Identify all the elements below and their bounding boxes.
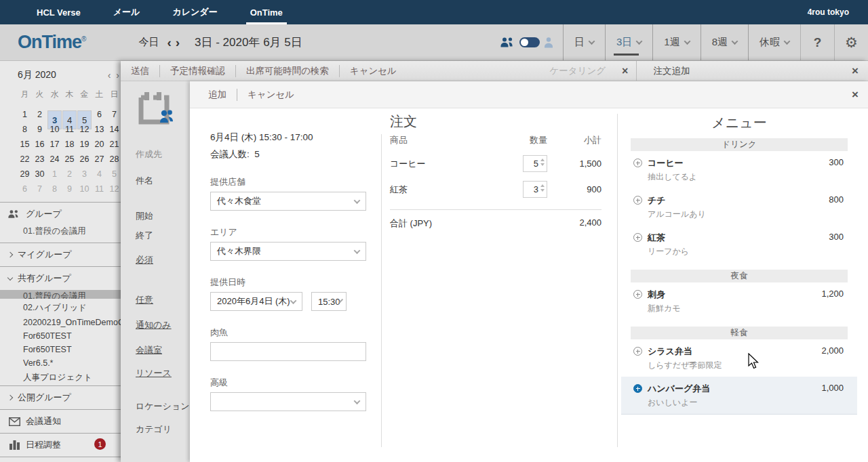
calendar-day[interactable]: 14 [107, 122, 121, 137]
calendar-day[interactable]: 9 [62, 182, 77, 196]
calendar-day[interactable]: 8 [18, 122, 32, 137]
top-nav-tab[interactable]: OnTime [234, 0, 299, 24]
group-view-icon[interactable] [500, 37, 515, 48]
calendar-day[interactable]: 2 [33, 107, 47, 122]
sidebar-group-item[interactable]: Ver6.5.* [0, 356, 121, 370]
view-option[interactable]: 8週 [701, 24, 748, 60]
calendar-day[interactable]: 15 [18, 137, 32, 152]
menu-item[interactable]: 紅茶 リーフから 300 [631, 226, 848, 263]
sidebar-group-item[interactable]: For650TEST [0, 343, 121, 356]
menu-item[interactable]: コーヒー 抽出してるよ 300 [631, 151, 848, 188]
event-field-label[interactable]: 必須 [136, 254, 190, 266]
calendar-day[interactable]: 4 [92, 167, 106, 182]
event-field-label[interactable]: ロケーション [136, 400, 190, 412]
sidebar-group-default[interactable]: 01.普段の会議用 [0, 226, 121, 243]
calendar-day[interactable]: 18 [62, 137, 77, 152]
quantity-stepper[interactable]: 5 [523, 155, 547, 172]
close-catering-tab-icon[interactable]: × [614, 65, 636, 77]
calendar-day[interactable]: 25 [62, 152, 77, 167]
toolbar-button[interactable]: 送信 [121, 65, 159, 77]
today-button[interactable]: 今日 [138, 36, 159, 49]
calendar-day[interactable]: 30 [33, 167, 47, 182]
menu-item[interactable]: ハンバーグ弁当 おいしいよー 1,000 [621, 377, 857, 415]
calendar-day[interactable]: 7 [107, 107, 121, 122]
calendar-day[interactable]: 3 [77, 167, 92, 182]
view-option[interactable]: 日 [563, 24, 605, 60]
toolbar-button[interactable]: 予定情報確認 [159, 65, 235, 77]
date-select[interactable]: 2020年6月4日 (木) [210, 292, 302, 311]
calendar-day[interactable]: 5 [107, 167, 121, 182]
sidebar-item-shared-groups[interactable]: 共有グループ [0, 267, 121, 290]
calendar-day[interactable]: 27 [92, 152, 106, 167]
add-item-icon[interactable] [633, 196, 642, 205]
calendar-day[interactable]: 9 [33, 122, 47, 137]
calendar-day[interactable]: 28 [107, 152, 121, 167]
event-field-label[interactable]: 開始 [136, 210, 190, 222]
top-nav-tab[interactable]: HCL Verse [20, 0, 97, 24]
add-item-icon[interactable] [633, 159, 642, 167]
add-item-icon[interactable] [633, 233, 642, 242]
menu-item[interactable]: シラス弁当 しらすだぜ季節限定 2,000 [631, 339, 848, 377]
event-field-label[interactable]: 通知のみ [136, 319, 190, 331]
calendar-day[interactable]: 11 [62, 122, 77, 137]
stepper-arrows-icon[interactable] [540, 184, 545, 192]
sidebar-item-meeting-notice[interactable]: 会議通知 [0, 410, 121, 433]
sidebar-item-my-groups[interactable]: マイグループ [0, 243, 121, 266]
calendar-day[interactable]: 2 [62, 167, 77, 182]
calendar-day[interactable]: 1 [18, 107, 32, 122]
toolbar-button[interactable]: キャンセル [237, 89, 304, 101]
sidebar-group-item-selected[interactable]: 01.普段の会議用 [0, 290, 121, 299]
add-item-icon[interactable] [633, 290, 642, 299]
person-view-icon[interactable] [544, 37, 553, 48]
event-field-label[interactable]: リソース [136, 367, 190, 379]
close-order-dialog-icon[interactable]: × [842, 88, 868, 102]
sidebar-group-item[interactable]: For650TEST [0, 329, 121, 343]
toolbar-button[interactable]: 追加 [198, 89, 237, 101]
prev-period-icon[interactable]: ‹ [167, 36, 171, 49]
toolbar-button[interactable]: キャンセル [339, 65, 407, 77]
sidebar-item-public-groups[interactable]: 公開グループ [0, 386, 121, 409]
calendar-day[interactable]: 29 [18, 167, 32, 182]
event-field-label[interactable]: 作成先 [136, 148, 190, 160]
sidebar-group-item[interactable]: 02.ハイブリッド [0, 300, 121, 316]
event-field-label[interactable]: 件名 [136, 175, 190, 186]
calendar-day[interactable]: 10 [77, 182, 92, 196]
quantity-stepper[interactable]: 3 [523, 181, 547, 198]
calendar-day[interactable]: 21 [107, 137, 121, 152]
calendar-day[interactable]: 24 [47, 152, 62, 167]
event-field-label[interactable]: カテゴリ [136, 423, 190, 435]
mini-calendar-prev-icon[interactable]: ‹ [108, 70, 111, 81]
menu-item[interactable]: 刺身 新鮮カモ 1,200 [631, 282, 848, 320]
meat-fish-input[interactable] [210, 342, 366, 361]
mini-calendar-next-icon[interactable]: › [116, 70, 119, 81]
view-option[interactable]: 1週 [652, 24, 700, 60]
menu-item[interactable]: チチ アルコールあり 800 [631, 188, 848, 226]
time-select[interactable]: 15:30 [311, 292, 347, 311]
calendar-day[interactable]: 19 [77, 137, 92, 152]
tab-order-add[interactable]: 注文追加 [637, 65, 699, 77]
calendar-day[interactable]: 10 [47, 122, 62, 137]
shop-select[interactable]: 代々木食堂 [210, 192, 366, 211]
calendar-day[interactable]: 20 [92, 137, 106, 152]
calendar-day[interactable]: 6 [18, 182, 32, 196]
calendar-day[interactable]: 11 [92, 182, 106, 196]
sidebar-group-item[interactable]: 人事プロジェクト [0, 370, 121, 385]
settings-gear-icon[interactable]: ⚙ [834, 24, 868, 60]
calendar-day[interactable]: 12 [77, 122, 92, 137]
calendar-day[interactable]: 6 [92, 107, 106, 122]
event-field-label[interactable]: 会議室 [136, 344, 190, 356]
toolbar-button[interactable]: 出席可能時間の検索 [235, 65, 339, 77]
calendar-day[interactable]: 16 [33, 137, 47, 152]
calendar-day[interactable]: 23 [33, 152, 47, 167]
calendar-day[interactable]: 22 [18, 152, 32, 167]
calendar-day[interactable]: 1 [47, 167, 62, 182]
premium-select[interactable] [210, 392, 366, 411]
close-event-dialog-icon[interactable]: × [842, 64, 868, 78]
calendar-day[interactable]: 17 [47, 137, 62, 152]
stepper-arrows-icon[interactable] [540, 159, 545, 166]
area-select[interactable]: 代々木界隈 [210, 242, 366, 261]
view-option[interactable]: 3日 [605, 24, 652, 60]
top-nav-tab[interactable]: メール [97, 0, 157, 24]
top-nav-tab[interactable]: カレンダー [156, 0, 233, 24]
add-item-icon[interactable] [633, 347, 642, 356]
